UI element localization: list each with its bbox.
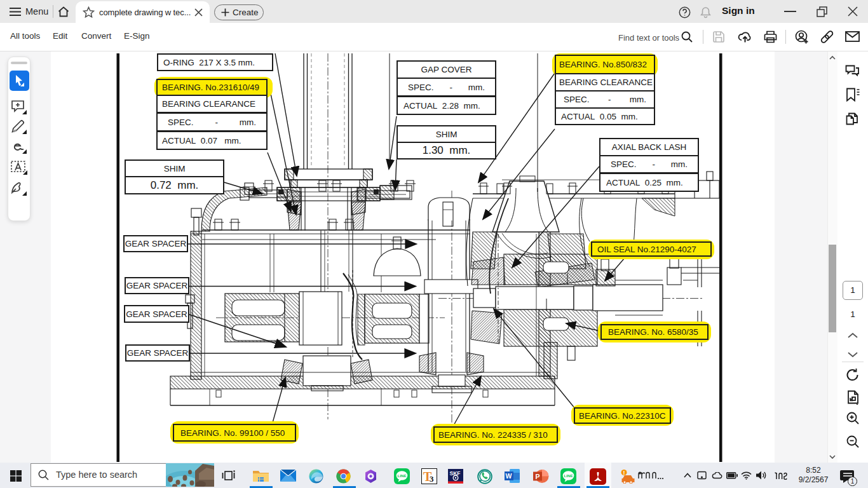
svg-text:P: P (536, 473, 540, 480)
svg-text:LINE: LINE (398, 473, 407, 478)
svg-text:LINE: LINE (564, 473, 573, 478)
svg-text:!: ! (623, 470, 625, 476)
svg-text:W: W (506, 472, 512, 480)
svg-text:3: 3 (430, 474, 434, 484)
